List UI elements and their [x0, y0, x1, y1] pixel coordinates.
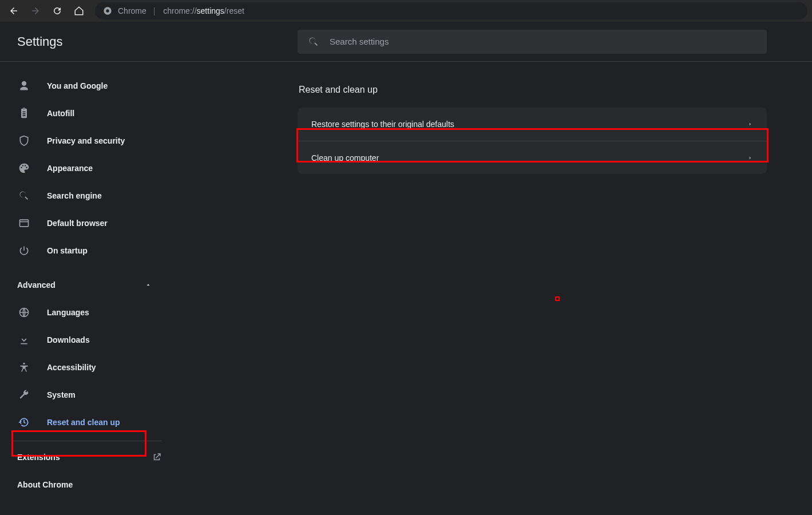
arrow-left-icon [9, 6, 19, 16]
row-label: Clean up computer [311, 153, 379, 163]
section-title: Reset and clean up [299, 85, 767, 95]
sidebar-item-about[interactable]: About Chrome [0, 471, 175, 498]
address-bar[interactable]: Chrome | chrome://settings/reset [95, 2, 807, 19]
download-icon [17, 333, 31, 347]
settings-header: Settings Search settings [0, 22, 812, 62]
reload-button[interactable] [48, 2, 66, 20]
main-content: Reset and clean up Restore settings to t… [298, 85, 767, 174]
search-placeholder: Search settings [330, 37, 389, 46]
svg-rect-2 [20, 220, 29, 227]
sidebar: You and Google Autofill Privacy and secu… [0, 62, 175, 498]
sidebar-item-extensions[interactable]: Extensions [0, 443, 175, 471]
sidebar-item-system[interactable]: System [0, 381, 175, 409]
sidebar-item-label: Appearance [47, 164, 93, 173]
chevron-right-icon [747, 121, 753, 127]
chrome-logo-icon [103, 6, 112, 15]
power-icon [17, 244, 31, 258]
sidebar-item-label: System [47, 390, 76, 399]
sidebar-item-accessibility[interactable]: Accessibility [0, 354, 175, 381]
url-path: chrome://settings/reset [163, 6, 244, 15]
row-clean-up-computer[interactable]: Clean up computer [298, 141, 767, 174]
sidebar-item-label: Search engine [47, 191, 102, 200]
home-button[interactable] [70, 2, 88, 20]
page-title: Settings [0, 34, 298, 49]
palette-icon [17, 161, 31, 175]
arrow-right-icon [30, 6, 41, 16]
sidebar-item-label: About Chrome [17, 480, 73, 489]
sidebar-item-privacy[interactable]: Privacy and security [0, 127, 175, 154]
sidebar-item-label: Languages [47, 308, 89, 317]
globe-icon [17, 306, 31, 319]
reload-icon [52, 6, 62, 16]
sidebar-item-you-and-google[interactable]: You and Google [0, 72, 175, 100]
sidebar-item-label: You and Google [47, 81, 108, 90]
person-icon [17, 79, 31, 93]
search-icon [308, 36, 319, 47]
search-icon [17, 189, 31, 203]
highlight-dot [555, 296, 560, 301]
sidebar-item-label: Extensions [17, 453, 60, 462]
sidebar-item-languages[interactable]: Languages [0, 299, 175, 326]
svg-point-5 [23, 363, 25, 365]
chevron-up-icon [145, 282, 152, 288]
forward-button[interactable] [26, 2, 45, 20]
advanced-label: Advanced [17, 280, 56, 290]
history-icon [17, 415, 31, 429]
advanced-toggle[interactable]: Advanced [0, 271, 175, 299]
accessibility-icon [17, 360, 31, 374]
divider [13, 441, 162, 441]
svg-point-1 [106, 9, 109, 12]
open-new-icon [152, 452, 162, 462]
sidebar-item-label: Autofill [47, 109, 74, 118]
row-restore-defaults[interactable]: Restore settings to their original defau… [298, 108, 767, 141]
search-settings-input[interactable]: Search settings [298, 30, 767, 54]
settings-card: Restore settings to their original defau… [298, 108, 767, 174]
sidebar-item-label: On startup [47, 246, 88, 255]
sidebar-item-autofill[interactable]: Autofill [0, 100, 175, 127]
sidebar-item-label: Accessibility [47, 363, 96, 372]
chevron-right-icon [747, 155, 753, 161]
sidebar-item-label: Reset and clean up [47, 418, 120, 427]
browser-icon [17, 216, 31, 230]
row-label: Restore settings to their original defau… [311, 120, 454, 129]
back-button[interactable] [5, 2, 23, 20]
sidebar-item-on-startup[interactable]: On startup [0, 237, 175, 264]
sidebar-item-search-engine[interactable]: Search engine [0, 182, 175, 209]
sidebar-item-label: Default browser [47, 219, 108, 228]
sidebar-item-label: Downloads [47, 335, 90, 344]
wrench-icon [17, 388, 31, 402]
sidebar-item-reset[interactable]: Reset and clean up [0, 409, 175, 436]
sidebar-item-label: Privacy and security [47, 136, 125, 145]
sidebar-item-default-browser[interactable]: Default browser [0, 209, 175, 237]
home-icon [74, 6, 84, 16]
browser-toolbar: Chrome | chrome://settings/reset [0, 0, 812, 22]
shield-icon [17, 134, 31, 148]
sidebar-item-downloads[interactable]: Downloads [0, 326, 175, 354]
sidebar-item-appearance[interactable]: Appearance [0, 154, 175, 182]
clipboard-icon [17, 106, 31, 120]
url-origin: Chrome | [118, 6, 157, 15]
